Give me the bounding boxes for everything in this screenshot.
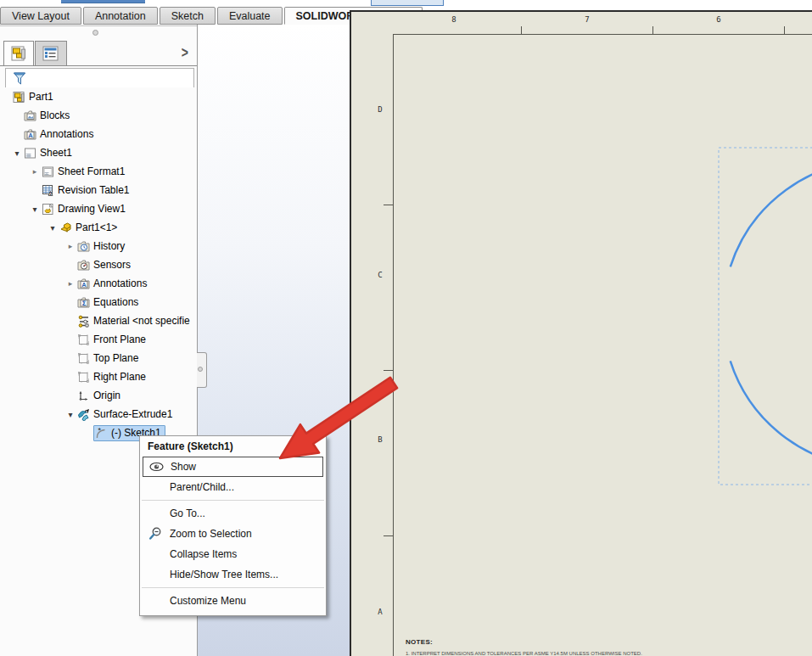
tree-item-label: Part1: [26, 91, 53, 103]
tree-item-label: Sheet Format1: [55, 165, 125, 177]
tree-item-label: History: [91, 240, 125, 252]
svg-text:A: A: [28, 131, 33, 138]
drawing-view-geometry[interactable]: [351, 12, 812, 656]
panel-collapse-handle[interactable]: [197, 352, 207, 388]
tree-item-part1-1-[interactable]: ▾Part1<1>: [0, 218, 197, 237]
svg-text:A: A: [81, 280, 87, 288]
menu-item-label: Customize Menu: [140, 595, 246, 607]
annotations-icon: A: [23, 128, 37, 141]
expanded-arrow-icon[interactable]: ▾: [29, 205, 41, 214]
menu-item-label: Show: [165, 461, 196, 473]
context-menu-header: Feature (Sketch1): [140, 436, 326, 457]
plane-icon: [76, 334, 91, 346]
menu-item-label: Go To...: [140, 507, 205, 519]
tree-item-front-plane[interactable]: Front Plane: [0, 330, 197, 349]
equations-icon: Σ: [76, 296, 91, 309]
annotations-icon: A: [76, 278, 91, 290]
tree-item-label: Revision Table1: [55, 184, 130, 196]
tree-item-material-not-specifie[interactable]: Material <not specifie: [0, 311, 197, 330]
part-icon: [59, 221, 73, 234]
surface-extrude-icon: [76, 408, 91, 421]
drawing-sheet[interactable]: 876DCBA NOTES: 1. INTERPRET DIMENSIONS A…: [350, 10, 812, 656]
command-tab-view-layout[interactable]: View Layout: [0, 7, 81, 25]
tree-filter-bar[interactable]: [5, 68, 194, 89]
svg-text:*: *: [98, 427, 102, 435]
menu-item-go-to-[interactable]: Go To...: [140, 503, 326, 524]
expanded-arrow-icon[interactable]: ▾: [64, 410, 76, 419]
property-manager-icon: [42, 46, 59, 62]
context-menu: Feature (Sketch1)ShowParent/Child...Go T…: [139, 435, 327, 616]
tree-item-label: Blocks: [37, 109, 70, 121]
tree-item-label: Origin: [91, 390, 120, 401]
tree-item-part1[interactable]: Part1: [0, 87, 197, 106]
tree-item-annotations[interactable]: AAnnotations: [0, 125, 197, 143]
menu-item-label: Collapse Items: [140, 548, 237, 560]
menu-item-label: Parent/Child...: [140, 481, 234, 493]
feature-tree: Part1BlocksAAnnotations▾Sheet1▸Sheet For…: [0, 87, 197, 442]
blocks-icon: [23, 109, 37, 122]
command-tab-sketch[interactable]: Sketch: [160, 7, 216, 25]
svg-text:Σ: Σ: [81, 299, 86, 306]
collapsed-arrow-icon[interactable]: ▸: [29, 167, 41, 176]
tree-item-label: Annotations: [91, 278, 147, 289]
tree-item-label: Drawing View1: [55, 203, 126, 215]
command-tab-annotation[interactable]: Annotation: [83, 7, 158, 25]
panel-splitter-grip[interactable]: [92, 30, 98, 36]
panel-flyout-chevron[interactable]: >: [182, 44, 188, 61]
menu-item-customize-menu[interactable]: Customize Menu: [140, 591, 326, 611]
toolbar-button-remnant-2: [371, 0, 444, 6]
tab-property-manager[interactable]: [35, 41, 67, 66]
tree-item-label: Part1<1>: [73, 221, 117, 233]
panel-divider: [0, 25, 197, 26]
command-tab-evaluate[interactable]: Evaluate: [217, 7, 283, 25]
plane-icon: [76, 371, 91, 384]
menu-item-zoom-to-selection[interactable]: Zoom to Selection: [140, 524, 326, 544]
expanded-arrow-icon[interactable]: ▾: [47, 223, 59, 233]
tree-item-top-plane[interactable]: Top Plane: [0, 349, 197, 367]
part-root-icon: [12, 91, 26, 104]
collapsed-arrow-icon[interactable]: ▸: [64, 279, 76, 288]
notes-title: NOTES:: [406, 638, 433, 646]
menu-separator: [142, 500, 324, 501]
menu-separator: [142, 587, 324, 588]
tree-item-origin[interactable]: Origin: [0, 386, 197, 405]
tree-item-sensors[interactable]: Sensors: [0, 255, 197, 274]
sensors-icon: [76, 259, 91, 272]
menu-item-show[interactable]: Show: [143, 457, 323, 477]
tree-item-label: Material <not specifie: [91, 315, 190, 327]
tree-item-surface-extrude1[interactable]: ▾Surface-Extrude1: [0, 405, 197, 423]
menu-item-label: Hide/Show Tree Items...: [140, 569, 278, 580]
history-icon: [76, 240, 91, 253]
tree-item-label: Right Plane: [91, 371, 146, 383]
tree-item-revision-table1[interactable]: 1Revision Table1: [0, 181, 197, 199]
tab-feature-manager-tree[interactable]: [3, 41, 34, 66]
tree-item-right-plane[interactable]: Right Plane: [0, 367, 197, 386]
sheet-format-icon: [41, 165, 55, 178]
material-icon: [76, 315, 91, 328]
tree-item-label: Sheet1: [37, 147, 72, 159]
drawing-view-boundary[interactable]: [719, 148, 812, 485]
tree-item-equations[interactable]: ΣEquations: [0, 293, 197, 311]
filter-funnel-icon: [13, 71, 27, 86]
origin-icon: [76, 390, 91, 402]
sketch-circle-arcs[interactable]: [723, 160, 812, 468]
panel-collapse-grip: [198, 367, 203, 372]
expanded-arrow-icon[interactable]: ▾: [11, 149, 23, 158]
collapsed-arrow-icon[interactable]: ▸: [64, 242, 76, 250]
tree-item-sheet1[interactable]: ▾Sheet1: [0, 143, 197, 162]
tree-item-annotations[interactable]: ▸AAnnotations: [0, 274, 197, 293]
menu-item-hide-show-tree-items-[interactable]: Hide/Show Tree Items...: [140, 564, 326, 585]
tree-item-label: Equations: [91, 296, 138, 308]
sheet-icon: [23, 147, 37, 160]
tree-item-history[interactable]: ▸History: [0, 237, 197, 255]
menu-item-parent-child-[interactable]: Parent/Child...: [140, 477, 326, 497]
tree-item-blocks[interactable]: Blocks: [0, 106, 197, 125]
tree-item-drawing-view1[interactable]: ▾Drawing View1: [0, 199, 197, 218]
plane-icon: [76, 352, 91, 365]
feature-tree-icon: [11, 46, 27, 62]
revision-table-icon: 1: [41, 184, 55, 197]
menu-item-collapse-items[interactable]: Collapse Items: [140, 544, 326, 564]
eye-icon: [148, 462, 165, 472]
tree-item-sheet-format1[interactable]: ▸Sheet Format1: [0, 162, 197, 181]
zoom-icon: [147, 527, 164, 541]
